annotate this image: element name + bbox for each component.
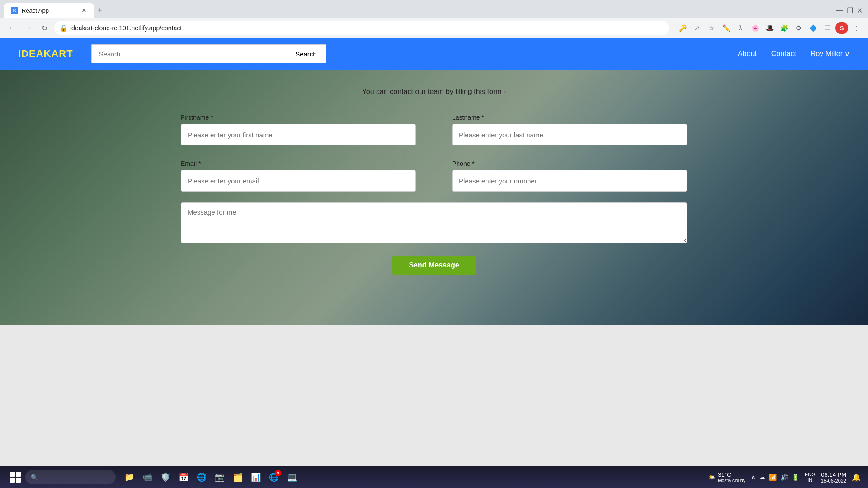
firstname-label: Firstname * (181, 114, 416, 121)
forward-button[interactable]: → (22, 22, 34, 34)
taskbar-calendar-icon[interactable]: 📅 (175, 469, 192, 485)
browser-chrome: R React App ✕ + — ❐ ✕ ← → ↻ 🔒 ideakart-c… (0, 0, 868, 38)
temperature: 31°C (718, 471, 731, 478)
clock[interactable]: 08:14 PM 18-06-2022 (821, 471, 846, 483)
hero-content: You can contact our team by filling this… (163, 70, 705, 275)
chevron-down-icon: ∨ (844, 50, 850, 58)
taskbar-search[interactable]: 🔍 (25, 470, 116, 484)
page-footer-area (0, 325, 868, 476)
submit-button[interactable]: Send Message (392, 256, 475, 275)
app-navbar: IDEAKART Search About Contact Roy Miller… (0, 38, 868, 70)
taskbar-camera-icon[interactable]: 📷 (212, 469, 228, 485)
date-display: 18-06-2022 (821, 478, 846, 483)
taskbar-edge-icon[interactable]: 🌐 (193, 469, 210, 485)
lastname-label: Lastname * (452, 114, 687, 121)
weather-desc: Mostly cloudy (718, 478, 745, 483)
taskbar-explorer-icon[interactable]: 📁 (121, 469, 137, 485)
ext1-icon[interactable]: 🌸 (749, 22, 761, 34)
taskbar-meet-icon[interactable]: 📹 (139, 469, 156, 485)
address-bar[interactable]: 🔒 ideakart-clone-rct101.netlify.app/cont… (54, 21, 669, 35)
ext3-icon[interactable]: 🧩 (778, 22, 790, 34)
contact-link[interactable]: Contact (771, 50, 796, 58)
back-button[interactable]: ← (5, 22, 18, 34)
email-group: Email * (181, 160, 416, 192)
battery-icon[interactable]: 🔋 (792, 474, 799, 481)
toolbar-icons: 🔑 ↗ ☆ ✏️ λ 🌸 🎩 🧩 ⚙ 🔷 ☰ S ⋮ (676, 22, 863, 34)
form-grid: Firstname * Lastname * Email * Phone * (163, 114, 705, 192)
tab-bar: R React App ✕ + — ❐ ✕ (0, 0, 868, 18)
ext5-icon[interactable]: 🔷 (807, 22, 819, 34)
tab-favicon: R (11, 7, 18, 14)
taskbar-vpn-icon[interactable]: 🛡️ (157, 469, 174, 485)
active-tab[interactable]: R React App ✕ (4, 3, 94, 18)
ext6-icon[interactable]: ☰ (821, 22, 834, 34)
star-icon[interactable]: ☆ (705, 22, 718, 34)
user-name: Roy Miller (811, 50, 843, 58)
message-group (163, 202, 705, 245)
tray-expand-icon[interactable]: ∧ (751, 474, 755, 481)
logo[interactable]: IDEAKART (18, 48, 73, 60)
message-textarea[interactable] (181, 202, 687, 243)
key-icon[interactable]: 🔑 (676, 22, 689, 34)
sys-tray: ∧ ☁ 📶 🔊 🔋 (751, 474, 799, 481)
notification-center-icon[interactable]: 🔔 (852, 473, 861, 482)
about-link[interactable]: About (738, 50, 757, 58)
search-input[interactable] (91, 44, 286, 63)
taskbar-analytics-icon[interactable]: 📊 (248, 469, 264, 485)
share-icon[interactable]: ↗ (691, 22, 703, 34)
wifi-icon[interactable]: 📶 (769, 474, 777, 481)
new-tab-button[interactable]: + (94, 6, 106, 15)
taskbar: 🔍 📁 📹 🛡️ 📅 🌐 📷 🗂️ 📊 🌐 9 💻 🌤️ 31°C Mostly… (0, 466, 868, 488)
weather-icon: 🌤️ (708, 474, 715, 480)
notification-badge: 9 (275, 470, 281, 476)
cloud-icon[interactable]: ☁ (759, 474, 765, 481)
time-display: 08:14 PM (821, 471, 846, 478)
close-button[interactable]: ✕ (855, 5, 864, 17)
ext4-icon[interactable]: ⚙ (792, 22, 805, 34)
taskbar-right: 🌤️ 31°C Mostly cloudy ∧ ☁ 📶 🔊 🔋 ENG IN 0… (708, 471, 861, 483)
taskbar-vscode-icon[interactable]: 💻 (284, 469, 300, 485)
submit-wrap: Send Message (163, 256, 705, 275)
search-container: Search (91, 44, 326, 63)
taskbar-chrome-icon[interactable]: 🌐 9 (266, 469, 282, 485)
windows-icon (10, 472, 21, 483)
hero-section: You can contact our team by filling this… (0, 70, 868, 325)
edit-icon[interactable]: ✏️ (720, 22, 732, 34)
search-button[interactable]: Search (286, 44, 326, 63)
volume-icon[interactable]: 🔊 (780, 474, 788, 481)
start-button[interactable] (7, 469, 24, 485)
firstname-input[interactable] (181, 124, 416, 145)
phone-input[interactable] (452, 170, 687, 192)
user-menu[interactable]: Roy Miller ∨ (811, 50, 850, 58)
profile-icon[interactable]: S (835, 22, 848, 34)
email-label: Email * (181, 160, 416, 167)
taskbar-apps: 📁 📹 🛡️ 📅 🌐 📷 🗂️ 📊 🌐 9 💻 (121, 469, 300, 485)
minimize-button[interactable]: — (834, 5, 845, 17)
tab-title: React App (22, 7, 78, 14)
ext2-icon[interactable]: 🎩 (763, 22, 776, 34)
email-input[interactable] (181, 170, 416, 192)
nav-links: About Contact Roy Miller ∨ (738, 50, 850, 58)
url-text: ideakart-clone-rct101.netlify.app/contac… (70, 24, 664, 32)
lastname-group: Lastname * (452, 114, 687, 145)
taskbar-files-icon[interactable]: 🗂️ (230, 469, 246, 485)
address-bar-row: ← → ↻ 🔒 ideakart-clone-rct101.netlify.ap… (0, 18, 868, 38)
more-icon[interactable]: ⋮ (850, 22, 863, 34)
phone-label: Phone * (452, 160, 687, 167)
maximize-button[interactable]: ❐ (845, 5, 855, 17)
refresh-button[interactable]: ↻ (38, 22, 51, 34)
contact-subtitle: You can contact our team by filling this… (163, 88, 705, 96)
language-indicator: ENG IN (805, 472, 816, 483)
tab-close-button[interactable]: ✕ (81, 7, 87, 14)
weather-widget: 🌤️ 31°C Mostly cloudy (708, 471, 745, 483)
lambda-icon[interactable]: λ (734, 22, 747, 34)
lock-icon: 🔒 (60, 24, 67, 32)
taskbar-search-icon: 🔍 (31, 474, 38, 481)
lastname-input[interactable] (452, 124, 687, 145)
phone-group: Phone * (452, 160, 687, 192)
firstname-group: Firstname * (181, 114, 416, 145)
